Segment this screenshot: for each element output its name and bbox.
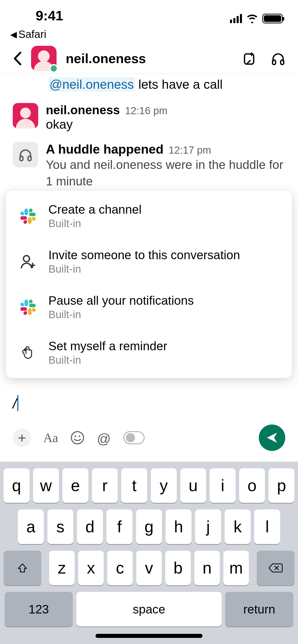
svg-rect-1 xyxy=(273,60,276,65)
key-n[interactable]: n xyxy=(194,551,220,585)
input-toolbar: + Aa @ xyxy=(13,425,285,451)
command-title: Create a channel xyxy=(48,202,142,216)
key-m[interactable]: m xyxy=(223,551,249,585)
key-t[interactable]: t xyxy=(121,468,147,503)
backspace-key[interactable] xyxy=(257,551,294,585)
svg-rect-2 xyxy=(281,60,284,65)
key-h[interactable]: h xyxy=(166,509,192,544)
key-w[interactable]: w xyxy=(33,468,59,503)
command-invite[interactable]: Invite someone to this conversation Buil… xyxy=(6,239,292,284)
command-pause-notifications[interactable]: Pause all your notifications Built-in xyxy=(6,284,292,330)
mention-button[interactable]: @ xyxy=(97,431,111,445)
user-mention[interactable]: @neil.oneness xyxy=(48,77,135,92)
key-b[interactable]: b xyxy=(165,551,191,585)
emoji-button[interactable] xyxy=(70,431,85,445)
command-set-reminder[interactable]: Set myself a reminder Built-in xyxy=(6,330,292,375)
audio-record-button[interactable] xyxy=(123,431,145,444)
key-k[interactable]: k xyxy=(225,509,251,544)
send-icon xyxy=(266,432,278,444)
command-title: Invite someone to this conversation xyxy=(48,248,240,262)
huddle-event: A huddle happened 12:17 pm You and neil.… xyxy=(13,142,285,190)
back-arrow-icon: ◀ xyxy=(10,29,17,39)
headphones-icon xyxy=(18,148,33,162)
huddle-headphones-icon[interactable] xyxy=(271,51,285,66)
key-c[interactable]: c xyxy=(107,551,133,585)
key-d[interactable]: d xyxy=(77,509,103,544)
key-r[interactable]: r xyxy=(92,468,118,503)
key-s[interactable]: s xyxy=(47,509,73,544)
key-v[interactable]: v xyxy=(136,551,162,585)
status-time: 9:41 xyxy=(15,8,63,23)
attach-button[interactable]: + xyxy=(13,429,31,447)
keyboard-row-4: 123 space return xyxy=(4,592,294,626)
key-q[interactable]: q xyxy=(4,468,30,503)
battery-icon xyxy=(262,14,283,23)
message-text: @neil.oneness lets have a call xyxy=(13,76,285,93)
status-icons xyxy=(230,14,283,23)
command-subtitle: Built-in xyxy=(48,217,142,230)
chat-messages: @neil.oneness lets have a call neil.onen… xyxy=(0,74,298,190)
message-avatar[interactable] xyxy=(13,103,38,128)
key-y[interactable]: y xyxy=(151,468,177,503)
message-input-area: / + Aa @ xyxy=(0,393,298,451)
message-time: 12:16 pm xyxy=(125,105,168,116)
key-o[interactable]: o xyxy=(239,468,265,503)
svg-point-5 xyxy=(23,256,30,262)
message-sender: neil.oneness xyxy=(46,103,120,117)
back-to-app-button[interactable]: ◀ Safari xyxy=(0,25,298,43)
keyboard-row-3: zxcvbnm xyxy=(4,551,294,585)
presence-active-icon xyxy=(49,64,58,73)
conversation-header: neil.oneness xyxy=(0,43,298,74)
huddle-time: 12:17 pm xyxy=(169,144,211,156)
slack-logo-icon xyxy=(20,300,36,315)
svg-point-6 xyxy=(71,432,84,444)
key-g[interactable]: g xyxy=(136,509,162,544)
command-subtitle: Built-in xyxy=(48,354,167,366)
huddle-description: You and neil.oneness were in the huddle … xyxy=(46,157,285,190)
key-u[interactable]: u xyxy=(180,468,206,503)
keyboard: qwertyuiop asdfghjkl zxcvbnm 123 space r… xyxy=(0,462,298,644)
home-indicator[interactable] xyxy=(96,634,202,638)
command-title: Set myself a reminder xyxy=(48,339,167,353)
command-create-channel[interactable]: Create a channel Built-in xyxy=(6,193,292,239)
key-p[interactable]: p xyxy=(268,468,294,503)
wifi-icon xyxy=(247,14,258,23)
conversation-avatar[interactable] xyxy=(31,46,57,71)
key-f[interactable]: f xyxy=(106,509,132,544)
svg-rect-4 xyxy=(28,156,31,161)
space-key[interactable]: space xyxy=(76,592,222,626)
key-x[interactable]: x xyxy=(78,551,104,585)
key-a[interactable]: a xyxy=(18,509,44,544)
shift-key[interactable] xyxy=(4,551,41,585)
text-cursor xyxy=(17,395,18,411)
svg-point-7 xyxy=(75,435,76,437)
command-title: Pause all your notifications xyxy=(48,294,194,308)
return-key[interactable]: return xyxy=(225,592,293,626)
conversation-title[interactable]: neil.oneness xyxy=(66,51,233,66)
slash-command-popup: Create a channel Built-in Invite someone… xyxy=(6,191,292,378)
svg-point-8 xyxy=(79,435,80,437)
back-app-label: Safari xyxy=(18,28,46,40)
cellular-signal-icon xyxy=(230,14,242,23)
key-i[interactable]: i xyxy=(210,468,236,503)
keyboard-row-2: asdfghjkl xyxy=(4,509,294,544)
finger-reminder-icon xyxy=(21,346,35,360)
new-canvas-icon[interactable] xyxy=(242,51,256,66)
message: neil.oneness 12:16 pm okay xyxy=(13,103,285,132)
command-subtitle: Built-in xyxy=(48,309,194,321)
key-z[interactable]: z xyxy=(49,551,75,585)
back-button[interactable] xyxy=(13,52,22,65)
key-j[interactable]: j xyxy=(195,509,221,544)
send-button[interactable] xyxy=(259,425,285,451)
numeric-key[interactable]: 123 xyxy=(5,592,73,626)
key-l[interactable]: l xyxy=(254,509,280,544)
format-button[interactable]: Aa xyxy=(43,430,58,445)
key-e[interactable]: e xyxy=(62,468,88,503)
huddle-icon-box xyxy=(13,142,38,167)
keyboard-row-1: qwertyuiop xyxy=(4,468,294,503)
message-input[interactable]: / xyxy=(13,393,285,413)
person-add-icon xyxy=(20,254,36,269)
slack-logo-icon xyxy=(20,209,36,224)
svg-rect-3 xyxy=(20,156,23,161)
command-subtitle: Built-in xyxy=(48,263,240,275)
